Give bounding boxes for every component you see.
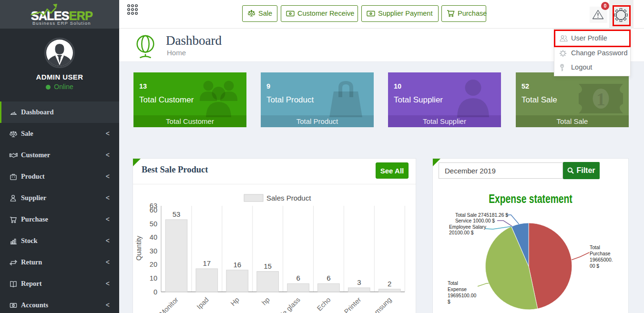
svg-text:Service 1000.00 $: Service 1000.00 $ [455, 218, 495, 223]
svg-text:6: 6 [296, 274, 300, 282]
svg-text:1: 1 [596, 89, 605, 109]
svg-text:Total Sale 2745181.26 $: Total Sale 2745181.26 $ [455, 212, 508, 218]
svg-text:17: 17 [203, 259, 211, 267]
svg-text:Ipad: Ipad [195, 296, 210, 311]
svg-text:3: 3 [357, 278, 361, 286]
svg-text:10: 10 [150, 274, 157, 282]
svg-text:40: 40 [150, 233, 157, 241]
svg-text:Echo: Echo [316, 296, 332, 313]
svg-text:Monitor: Monitor [158, 296, 180, 313]
svg-text:53: 53 [173, 210, 181, 218]
svg-text:0: 0 [153, 288, 157, 296]
svg-text:20: 20 [150, 261, 157, 268]
svg-text:Total: Total [590, 245, 600, 250]
svg-text:2: 2 [388, 280, 391, 288]
svg-text:6: 6 [327, 274, 330, 282]
svg-text:19665000.: 19665000. [590, 257, 613, 263]
svg-text:63: 63 [150, 202, 157, 210]
svg-text:50: 50 [150, 220, 157, 228]
svg-text:Expense: Expense [448, 287, 467, 292]
svg-text:Google glass: Google glass [268, 296, 302, 313]
svg-text:Printer: Printer [343, 296, 363, 313]
svg-text:Quantity: Quantity [135, 236, 143, 261]
svg-text:00 $: 00 $ [590, 263, 599, 269]
svg-text:Purchase: Purchase [590, 251, 611, 256]
svg-text:30: 30 [150, 247, 157, 255]
svg-text:Employee Salary: Employee Salary [449, 224, 487, 230]
svg-text:16: 16 [233, 261, 241, 269]
svg-text:19695100.00: 19695100.00 [448, 293, 476, 298]
svg-text:20100.00 $: 20100.00 $ [449, 230, 474, 235]
svg-text:15: 15 [264, 262, 272, 270]
svg-text:Hp: Hp [229, 296, 240, 307]
svg-text:Sales Product: Sales Product [266, 194, 311, 202]
svg-text:Total: Total [448, 281, 458, 286]
svg-text:1: 1 [13, 304, 14, 307]
svg-text:Samsung: Samsung [367, 296, 393, 313]
svg-text:hp: hp [260, 296, 271, 307]
svg-text:$: $ [448, 299, 450, 304]
